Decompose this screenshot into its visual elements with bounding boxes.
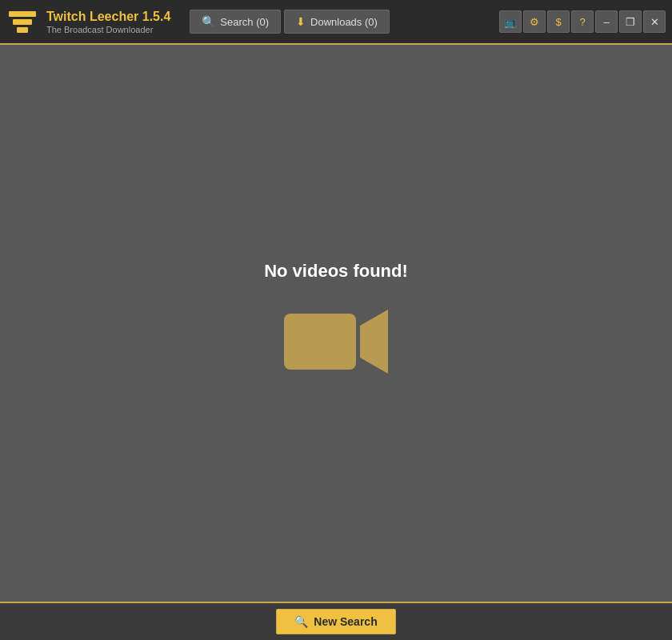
downloads-nav-label: Downloads (0) (310, 16, 378, 28)
new-search-label: New Search (314, 615, 377, 628)
donate-icon: $ (555, 16, 561, 28)
svg-marker-1 (360, 310, 388, 374)
minimize-button[interactable]: – (595, 10, 618, 33)
twitch-button[interactable]: 📺 (499, 10, 522, 33)
settings-icon: ⚙ (530, 16, 539, 28)
logo-stripe-1 (9, 11, 36, 17)
bottom-bar: 🔍 New Search (0, 602, 672, 640)
maximize-button[interactable]: ❐ (619, 10, 642, 33)
close-icon: ✕ (650, 16, 659, 28)
app-title: Twitch Leecher 1.5.4 (46, 9, 170, 24)
help-icon: ? (579, 16, 585, 28)
new-search-icon: 🔍 (294, 615, 308, 628)
downloads-nav-button[interactable]: ⬇ Downloads (0) (284, 10, 390, 34)
help-button[interactable]: ? (571, 10, 594, 33)
camera-svg (280, 298, 392, 386)
logo-stripe-3 (17, 27, 28, 33)
svg-rect-0 (284, 314, 356, 370)
logo-area: Twitch Leecher 1.5.4 The Broadcast Downl… (6, 6, 170, 38)
search-nav-icon: 🔍 (202, 15, 215, 28)
app-title-area: Twitch Leecher 1.5.4 The Broadcast Downl… (46, 9, 170, 34)
no-videos-message: No videos found! (264, 261, 408, 282)
logo-stripe-2 (13, 19, 32, 25)
window-controls: 📺 ⚙ $ ? – ❐ ✕ (499, 10, 666, 33)
minimize-icon: – (603, 16, 609, 28)
settings-button[interactable]: ⚙ (523, 10, 546, 33)
app-subtitle: The Broadcast Downloader (46, 25, 170, 34)
main-content: No videos found! (0, 45, 672, 602)
title-bar: Twitch Leecher 1.5.4 The Broadcast Downl… (0, 0, 672, 45)
logo-icon (6, 6, 38, 38)
downloads-nav-icon: ⬇ (296, 15, 306, 28)
nav-buttons: 🔍 Search (0) ⬇ Downloads (0) (190, 10, 390, 34)
donate-button[interactable]: $ (547, 10, 570, 33)
search-nav-label: Search (0) (220, 16, 269, 28)
video-camera-icon (280, 298, 392, 386)
maximize-icon: ❐ (626, 16, 635, 28)
close-button[interactable]: ✕ (643, 10, 666, 33)
twitch-icon: 📺 (504, 16, 517, 28)
search-nav-button[interactable]: 🔍 Search (0) (190, 10, 281, 34)
new-search-button[interactable]: 🔍 New Search (276, 609, 395, 634)
